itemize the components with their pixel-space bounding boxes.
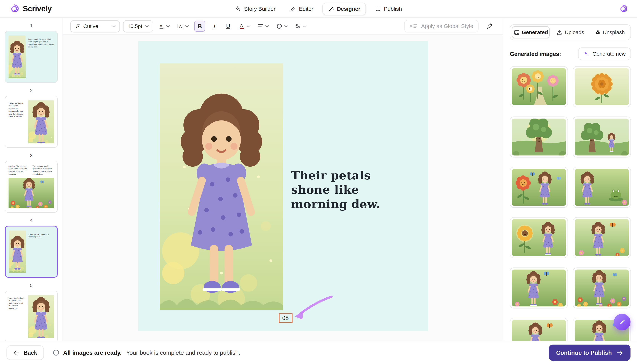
page-thumbnail-5[interactable]: Luna reached out to touch a soft pink fl… <box>5 290 58 341</box>
page-thumbnail-2[interactable]: Today, her heart raced with excitement b… <box>5 96 58 148</box>
sliders-icon <box>295 23 301 29</box>
generated-image[interactable] <box>573 116 631 158</box>
style-brush-button[interactable] <box>483 20 496 32</box>
brand-swirl-icon[interactable] <box>618 4 628 14</box>
page-thumb-group: 3 garden. She pushed aside some vines an… <box>0 154 63 213</box>
continue-to-publish-button[interactable]: Continue to Publish <box>549 344 630 361</box>
generated-image-thumbnail <box>575 118 629 155</box>
ring-icon <box>276 23 282 29</box>
text-style-dropdown[interactable]: A <box>156 22 172 31</box>
page-thumbnail-1[interactable]: Luna, an eight-year-old girl with bright… <box>5 31 58 83</box>
tab-uploads[interactable]: Uploads <box>551 26 589 38</box>
generated-image-thumbnail <box>575 68 629 105</box>
page-thumbnail-illustration <box>9 230 26 273</box>
font-script-icon: F <box>75 23 81 29</box>
page-thumbnail-4-selected[interactable]: Their petals shone like morning dew. <box>5 226 58 278</box>
tab-label: Designer <box>337 6 361 12</box>
page-thumbnail-text: Today, her heart raced with excitement b… <box>9 100 26 143</box>
page-text[interactable]: Their petals shone like morning dew. <box>291 168 410 212</box>
generated-image-thumbnail <box>512 270 566 306</box>
chevron-down-icon <box>247 25 250 28</box>
back-button[interactable]: Back <box>7 346 44 360</box>
page-thumbnail-illustration <box>9 36 26 78</box>
page-thumb-group: 2 Today, her heart raced with excitement… <box>0 88 63 148</box>
letter-spacing-dropdown[interactable]: A <box>175 22 191 31</box>
effects-dropdown[interactable] <box>293 22 308 31</box>
page-illustration[interactable] <box>160 64 283 310</box>
page-number-value: 05 <box>282 315 289 321</box>
tab-generated[interactable]: Generated <box>512 26 550 38</box>
generated-image[interactable] <box>573 167 631 208</box>
generated-image-thumbnail <box>512 118 566 155</box>
tab-publish[interactable]: Publish <box>369 2 408 15</box>
page-thumbnail-illustration <box>28 295 54 338</box>
pen-sparkle-icon <box>618 318 626 326</box>
svg-text:F: F <box>76 23 80 29</box>
page-number-label: 3 <box>0 154 63 158</box>
top-navigation-bar: Scrively Story Builder Editor Designer P… <box>0 0 637 18</box>
bold-button[interactable]: B <box>194 21 205 32</box>
tab-editor[interactable]: Editor <box>284 2 319 15</box>
italic-button[interactable]: I <box>208 21 219 32</box>
generated-image[interactable] <box>573 217 631 258</box>
generated-image[interactable] <box>510 318 568 341</box>
generated-images-grid <box>510 66 631 341</box>
generated-image-thumbnail <box>575 270 629 306</box>
app-window: Scrively Story Builder Editor Designer P… <box>0 0 637 364</box>
page-thumb-group: 4 Their petals shone like morning dew. <box>0 218 63 278</box>
editor-column: F Cutive 10.5pt A A B I U <box>63 18 503 341</box>
apply-global-style-button[interactable]: A Apply as Global Style <box>404 20 478 32</box>
generated-image[interactable] <box>573 66 631 107</box>
tab-unsplash[interactable]: Unsplash <box>591 26 629 38</box>
generated-image-thumbnail <box>512 320 566 341</box>
generated-image[interactable] <box>510 116 568 158</box>
underline-button[interactable]: U <box>223 21 233 32</box>
chevron-down-icon <box>303 25 306 28</box>
generated-image[interactable] <box>510 66 568 107</box>
stroke-color-dropdown[interactable] <box>274 22 290 31</box>
tab-designer[interactable]: Designer <box>322 2 366 15</box>
back-label: Back <box>24 350 37 356</box>
edit-fab-button[interactable] <box>614 314 630 330</box>
tab-label: Story Builder <box>244 6 275 12</box>
status-bold-text: All images are ready. <box>63 350 122 356</box>
generated-image-thumbnail <box>512 219 566 256</box>
image-source-tabs: Generated Uploads Unsplash <box>510 24 631 40</box>
generate-new-button[interactable]: Generate new <box>578 48 631 60</box>
book-page[interactable]: Their petals shone like morning dew. 05 <box>138 41 428 331</box>
tab-label: Unsplash <box>603 29 625 36</box>
svg-text:A: A <box>160 24 163 28</box>
page-thumbnail-text: garden. She pushed aside some vines and … <box>9 165 30 176</box>
status-message: All images are ready. Your book is compl… <box>53 350 240 356</box>
page-number-element[interactable]: 05 <box>278 314 292 323</box>
generated-image[interactable] <box>510 217 568 258</box>
generated-image-thumbnail <box>575 169 629 206</box>
generated-image[interactable] <box>573 268 631 308</box>
text-align-dropdown[interactable] <box>256 22 271 30</box>
font-family-select[interactable]: F Cutive <box>70 20 120 32</box>
svg-text:A: A <box>240 23 243 28</box>
generated-image[interactable] <box>510 167 568 208</box>
svg-text:A: A <box>179 24 182 28</box>
sparkles-icon <box>583 51 590 57</box>
page-thumbnail-3[interactable]: garden. She pushed aside some vines and … <box>5 161 58 212</box>
generated-image[interactable] <box>510 268 568 308</box>
page-thumbnail-columns: garden. She pushed aside some vines and … <box>9 165 54 176</box>
global-style-icon: A <box>409 24 418 29</box>
arrow-right-icon <box>616 350 623 356</box>
chevron-down-icon <box>166 25 170 28</box>
page-thumbnail-text: There was a small garden full of colorfu… <box>33 165 54 176</box>
page-number-label: 1 <box>0 24 63 28</box>
chevron-down-icon <box>145 25 149 28</box>
sparkles-icon <box>235 6 241 12</box>
app-logo[interactable]: Scrively <box>9 4 52 14</box>
arrow-left-icon <box>13 350 20 355</box>
design-canvas: Their petals shone like morning dew. 05 <box>63 35 503 341</box>
svg-text:A: A <box>409 24 412 29</box>
page-thumbnail-text: Their petals shone like morning dew. <box>28 230 54 273</box>
tab-label: Publish <box>384 6 402 12</box>
font-color-dropdown[interactable]: A <box>237 22 252 31</box>
main-nav-tabs: Story Builder Editor Designer Publish <box>229 2 408 15</box>
font-size-select[interactable]: 10.5pt <box>123 20 153 32</box>
tab-story-builder[interactable]: Story Builder <box>229 2 281 15</box>
